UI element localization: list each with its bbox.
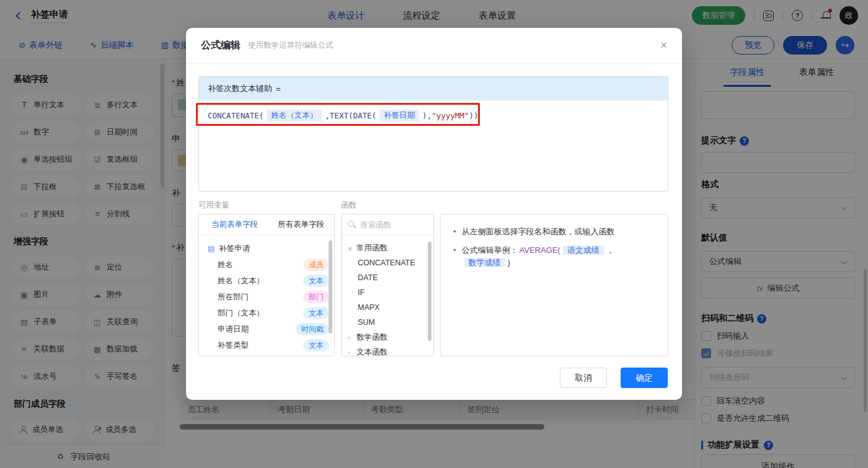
- formula-field-chip[interactable]: 补签日期: [379, 110, 419, 121]
- group-label: 数学函数: [356, 332, 388, 343]
- help-text: 公式编辑举例：AVERAGE(语文成绩，数学成绩): [462, 244, 655, 269]
- variable-item-partial[interactable]: [199, 353, 334, 356]
- cancel-button[interactable]: 取消: [560, 368, 607, 388]
- variables-scrollbar[interactable]: [329, 241, 332, 333]
- modal-header: 公式编辑 使用数学运算符编辑公式 ×: [186, 28, 682, 64]
- type-badge: 文本: [303, 275, 329, 287]
- example-close-paren: ): [508, 258, 510, 267]
- close-icon[interactable]: ×: [660, 39, 667, 51]
- example-comma: ，: [606, 245, 614, 255]
- formula-function: ,TEXT(DATE(: [325, 111, 376, 120]
- formula-expression[interactable]: CONCATENATE( 姓名（文本） ,TEXT(DATE( 补签日期 ), …: [199, 100, 668, 121]
- variable-item[interactable]: 姓名（文本）文本: [199, 273, 334, 289]
- variable-item[interactable]: 申请日期时间戳: [199, 321, 334, 337]
- function-list: 常用函数 CONCATENATE DATE IF MAPX SUM 数学函数 文…: [342, 236, 433, 356]
- equals-sign: =: [276, 84, 281, 94]
- type-badge: 成员: [303, 258, 329, 271]
- formula-editor[interactable]: 补签次数文本辅助 = CONCATENATE( 姓名（文本） ,TEXT(DAT…: [198, 76, 668, 192]
- formula-field-chip[interactable]: 姓名（文本）: [267, 110, 322, 121]
- formula-function: )): [469, 111, 478, 120]
- group-label: 文本函数: [356, 347, 388, 357]
- variable-name: 申请日期: [218, 324, 296, 335]
- type-badge: 时间戳: [296, 323, 329, 335]
- tab-all-form-fields[interactable]: 所有表单字段: [278, 219, 324, 230]
- variable-item[interactable]: 所在部门部门: [199, 289, 334, 305]
- function-search[interactable]: [342, 214, 433, 236]
- formula-edit-modal: 公式编辑 使用数学运算符编辑公式 × 补签次数文本辅助 = CONCATENAT…: [186, 28, 682, 400]
- search-icon: [348, 221, 356, 229]
- variable-item[interactable]: 补签类型文本: [199, 337, 334, 353]
- function-item-date[interactable]: DATE: [342, 270, 433, 285]
- formula-function: ),: [422, 111, 432, 120]
- type-badge: 文本: [303, 339, 329, 351]
- modal-title: 公式编辑: [201, 39, 241, 52]
- help-bullet-example: 公式编辑举例：AVERAGE(语文成绩，数学成绩): [453, 244, 655, 269]
- functions-panel: 常用函数 CONCATENATE DATE IF MAPX SUM 数学函数 文…: [341, 214, 434, 356]
- tree-root-label: 补签申请: [219, 244, 329, 254]
- formula-help-panel: 从左侧面板选择字段名和函数，或输入函数 公式编辑举例：AVERAGE(语文成绩，…: [440, 214, 668, 356]
- variables-panel: 当前表单字段 所有表单字段 补签申请 姓名成员 姓名（文本）文本 所在部门部门 …: [198, 214, 335, 356]
- example-field-chip: 数学成绩: [464, 258, 505, 267]
- example-prefix: 公式编辑举例：: [462, 245, 518, 255]
- caret-down-icon: [348, 245, 353, 252]
- formula-string-literal: "yyyyMM": [432, 111, 469, 120]
- confirm-button[interactable]: 确定: [621, 368, 668, 388]
- function-group-text[interactable]: 文本函数: [342, 345, 433, 356]
- formula-target-name: 补签次数文本辅助: [208, 83, 272, 94]
- example-field-chip: 语文成绩: [563, 245, 604, 255]
- type-badge: 部门: [303, 291, 329, 303]
- help-text: 从左侧面板选择字段名和函数，或输入函数: [462, 226, 615, 238]
- variable-name: 姓名: [218, 260, 303, 270]
- function-item-sum[interactable]: SUM: [342, 315, 433, 330]
- modal-subtitle: 使用数学运算符编辑公式: [248, 40, 334, 51]
- example-function: AVERAGE(: [520, 245, 560, 255]
- function-item-concatenate[interactable]: CONCATENATE: [342, 255, 433, 270]
- variable-name: 部门（文本）: [218, 308, 303, 319]
- function-group-common[interactable]: 常用函数: [342, 241, 433, 255]
- form-doc-icon: [208, 244, 215, 253]
- group-label: 常用函数: [356, 243, 388, 254]
- help-bullet: 从左侧面板选择字段名和函数，或输入函数: [453, 226, 655, 238]
- formula-target-strip: 补签次数文本辅助 =: [199, 77, 668, 100]
- functions-panel-label: 函数: [341, 200, 356, 211]
- variables-tabs: 当前表单字段 所有表单字段: [199, 214, 334, 236]
- variable-name: 补签类型: [218, 340, 303, 351]
- variable-item[interactable]: 姓名成员: [199, 257, 334, 273]
- variables-panel-label: 可用变量: [198, 200, 229, 211]
- caret-right-icon: [348, 349, 353, 356]
- formula-function: CONCATENATE(: [208, 111, 264, 120]
- caret-right-icon: [348, 334, 353, 341]
- type-badge: 文本: [303, 307, 329, 319]
- variable-name: 姓名（文本）: [218, 276, 303, 286]
- function-group-math[interactable]: 数学函数: [342, 330, 433, 345]
- variable-tree-root[interactable]: 补签申请: [199, 241, 334, 257]
- badge-fragment: [296, 356, 324, 356]
- variable-item[interactable]: 部门（文本）文本: [199, 305, 334, 321]
- function-search-input[interactable]: [360, 221, 422, 229]
- variable-name: 所在部门: [218, 292, 303, 302]
- tab-current-form-fields[interactable]: 当前表单字段: [211, 219, 258, 230]
- function-item-mapx[interactable]: MAPX: [342, 300, 433, 315]
- app-root: 补签申请 表单设计 流程设定 表单设置 数据管理 政 ⊘表单外链 ∿后端脚本 ▥…: [0, 0, 868, 468]
- function-item-if[interactable]: IF: [342, 285, 433, 300]
- functions-scrollbar[interactable]: [428, 242, 432, 341]
